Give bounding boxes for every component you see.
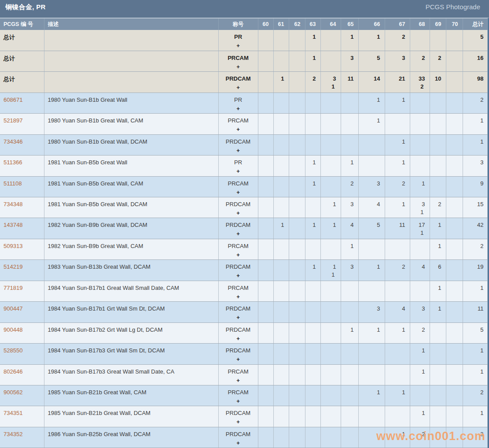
grade-65-cell	[341, 344, 358, 364]
grade-64-cell	[320, 176, 341, 197]
grade-62-cell	[289, 114, 305, 134]
grade-65-cell: 4	[341, 218, 358, 239]
pcgs-number-link[interactable]: 509313	[4, 243, 22, 249]
grade-70-cell	[446, 406, 463, 427]
designation-cell: PR+	[218, 30, 258, 51]
total-label-cell: 总计	[0, 72, 44, 93]
grade-66-cell	[358, 281, 385, 301]
pcgs-number-cell: 521897	[0, 114, 44, 134]
grade-63-cell	[305, 302, 320, 322]
pcgs-photograde-link[interactable]: PCGS Photograde	[426, 3, 480, 11]
grade-70-cell	[446, 114, 463, 134]
grade-68-cell: 1	[410, 344, 430, 364]
table-row: 7343521986 Yuan Sun-B25b Great Wall, DCA…	[0, 427, 487, 448]
pcgs-number-link[interactable]: 521897	[4, 117, 22, 124]
grade-61-cell	[273, 344, 289, 364]
grade-70-cell	[446, 197, 463, 218]
pcgs-number-link[interactable]: 900447	[4, 305, 22, 312]
pcgs-number-link[interactable]: 734352	[4, 431, 22, 437]
grade-65-cell	[341, 134, 358, 155]
grade-70-cell	[446, 156, 463, 176]
row-total-cell: 3	[463, 427, 487, 448]
grade-64-cell	[320, 344, 341, 364]
table-row: 7343481981 Yuan Sun-B5b Great Wall, DCAM…	[0, 197, 487, 218]
grade-63-cell: 1	[305, 176, 320, 197]
grade-69-cell	[430, 93, 446, 113]
grade-65-cell	[341, 406, 358, 427]
pcgs-number-link[interactable]: 528550	[4, 347, 22, 354]
pcgs-number-link[interactable]: 900562	[4, 389, 22, 396]
grade-68-cell	[410, 385, 430, 406]
grade-63-cell: 1	[305, 51, 320, 71]
pcgs-number-link[interactable]: 511366	[4, 159, 22, 166]
grade-67-cell: 1	[385, 134, 410, 155]
grade-63-cell: 1	[305, 260, 320, 281]
col-header-total: 总计	[463, 19, 487, 30]
pcgs-number-link[interactable]: 143748	[4, 222, 22, 228]
description-cell: 1980 Yuan Sun-B1b Great Wall, CAM	[44, 114, 218, 134]
grade-66-cell: 4	[358, 197, 385, 218]
designation-cell: PRDCAM+	[218, 218, 258, 239]
table-row: 5285501984 Yuan Sun-B17b3 Grt Wall Sm Dt…	[0, 344, 487, 364]
grade-61-cell	[273, 176, 289, 197]
grade-70-cell	[446, 281, 463, 301]
grade-68-cell	[410, 114, 430, 134]
grade-70-cell	[446, 344, 463, 364]
pcgs-number-link[interactable]: 511108	[4, 180, 22, 187]
grade-68-cell: 2	[410, 322, 430, 343]
pcgs-number-link[interactable]: 514219	[4, 263, 22, 270]
col-header-designation: 称号	[218, 19, 258, 30]
row-total-cell: 1	[463, 114, 487, 134]
grade-62-cell	[289, 197, 305, 218]
grade-69-cell: 10	[430, 72, 446, 93]
pcgs-number-link[interactable]: 802646	[4, 368, 22, 375]
grade-62-cell	[289, 344, 305, 364]
pcgs-number-link[interactable]: 734348	[4, 201, 22, 207]
pcgs-number-link[interactable]: 734351	[4, 410, 22, 416]
grade-60-cell	[258, 134, 273, 155]
grade-67-cell: 1	[385, 93, 410, 113]
grade-65-cell: 3	[341, 197, 358, 218]
designation-cell: PRCAM+	[218, 364, 258, 385]
designation-cell: PR+	[218, 93, 258, 113]
table-row: 9005621985 Yuan Sun-B21b Great Wall, CAM…	[0, 385, 487, 406]
pcgs-number-link[interactable]: 771819	[4, 285, 22, 291]
table-row: 5113661981 Yuan Sun-B5b Great WallPR+111…	[0, 156, 487, 176]
designation-cell: PRDCAM+	[218, 406, 258, 427]
grade-66-cell	[358, 156, 385, 176]
row-total-cell: 2	[463, 93, 487, 113]
grade-64-cell	[320, 322, 341, 343]
grade-64-cell	[320, 406, 341, 427]
designation-cell: PRDCAM+	[218, 134, 258, 155]
grade-70-cell	[446, 260, 463, 281]
grade-60-cell	[258, 156, 273, 176]
description-cell: 1981 Yuan Sun-B5b Great Wall, DCAM	[44, 197, 218, 218]
grade-61-cell	[273, 93, 289, 113]
pcgs-number-link[interactable]: 608671	[4, 96, 22, 103]
description-cell	[44, 51, 218, 71]
description-cell	[44, 72, 218, 93]
col-header-70: 70	[446, 19, 463, 30]
designation-cell: PRDCAM+	[218, 197, 258, 218]
pcgs-number-link[interactable]: 900448	[4, 326, 22, 333]
grade-62-cell	[289, 72, 305, 93]
pcgs-number-link[interactable]: 734346	[4, 138, 22, 145]
grade-60-cell	[258, 344, 273, 364]
col-header-60: 60	[258, 19, 273, 30]
grade-69-cell	[430, 344, 446, 364]
grade-60-cell	[258, 218, 273, 239]
grade-61-cell	[273, 364, 289, 385]
grade-69-cell: 2	[430, 197, 446, 218]
grade-64-cell: 1	[320, 197, 341, 218]
grade-60-cell	[258, 176, 273, 197]
row-total-cell: 1	[463, 281, 487, 301]
total-row: 总计PRCAM+13532216	[0, 51, 487, 71]
grade-67-cell: 1	[385, 156, 410, 176]
grade-66-cell	[358, 134, 385, 155]
designation-cell: PRDCAM+	[218, 260, 258, 281]
grade-67-cell: 4	[385, 302, 410, 322]
pcgs-number-cell: 511366	[0, 156, 44, 176]
description-cell: 1981 Yuan Sun-B5b Great Wall, CAM	[44, 176, 218, 197]
grade-64-cell	[320, 156, 341, 176]
row-total-cell: 19	[463, 260, 487, 281]
